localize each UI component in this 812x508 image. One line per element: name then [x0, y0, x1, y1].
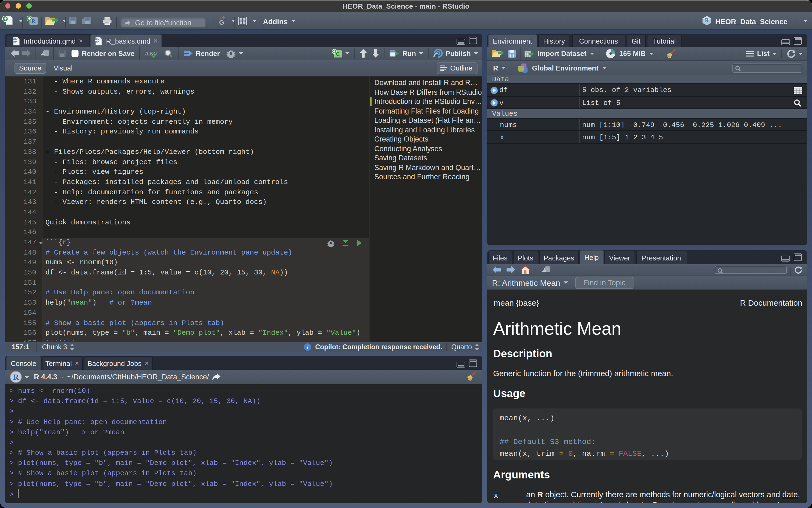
svg-text:G: G [219, 19, 224, 26]
svg-text:R: R [13, 373, 19, 381]
svg-text:R: R [705, 17, 709, 23]
svg-text:R: R [32, 18, 36, 24]
